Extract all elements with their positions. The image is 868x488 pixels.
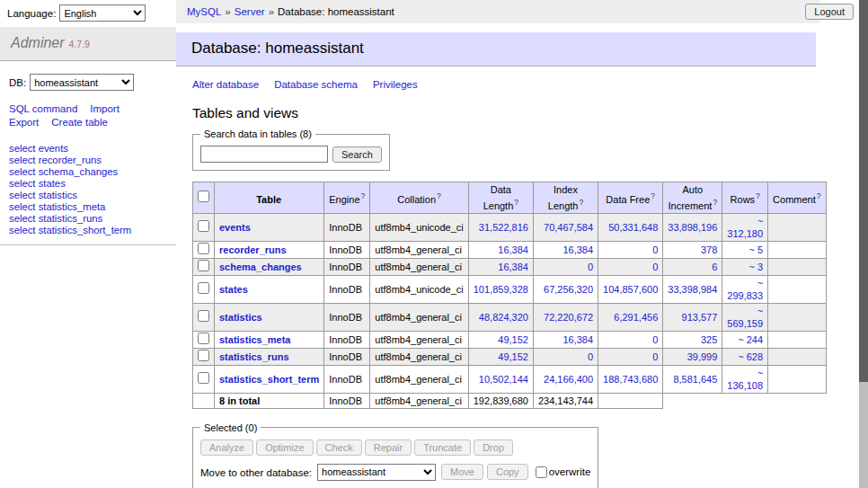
data-length-link[interactable]: 49,152 — [498, 334, 528, 345]
data-length-link[interactable]: 10,502,144 — [479, 374, 528, 385]
row-checkbox[interactable] — [198, 220, 209, 232]
row-checkbox[interactable] — [198, 260, 209, 271]
index-length-link[interactable]: 0 — [588, 351, 593, 362]
table-row[interactable]: schema_changes InnoDB utf8mb4_general_ci… — [193, 258, 827, 275]
rows-count-link[interactable]: ~ 628 — [738, 351, 763, 362]
table-name-link[interactable]: schema_changes — [219, 262, 302, 272]
sidebar-action-link[interactable]: Import — [90, 102, 120, 116]
index-length-link[interactable]: 0 — [588, 262, 593, 272]
selected-action-button[interactable]: Truncate — [414, 439, 471, 456]
auto-increment-link[interactable]: 33,898,196 — [668, 222, 717, 233]
row-checkbox[interactable] — [198, 333, 209, 344]
vertical-scrollbar[interactable] — [859, 0, 868, 488]
index-length-link[interactable]: 24,166,400 — [544, 374, 593, 385]
row-checkbox[interactable] — [198, 282, 209, 294]
auto-increment-link[interactable]: 39,999 — [687, 351, 718, 362]
data-free-link[interactable]: 104,857,600 — [603, 284, 658, 295]
table-name-link[interactable]: recorder_runs — [219, 244, 287, 255]
table-name-link[interactable]: statistics_runs — [219, 351, 289, 362]
db-select[interactable]: homeassistant — [30, 74, 134, 91]
selected-action-button[interactable]: Repair — [365, 439, 412, 456]
database-action-link[interactable]: Alter database — [192, 79, 259, 90]
data-free-link[interactable]: 188,743,680 — [603, 374, 658, 385]
sidebar-table-link[interactable]: select statistics_runs — [9, 213, 167, 225]
rows-count-link[interactable]: ~ 5 — [748, 244, 763, 255]
rows-count-link[interactable]: ~ 244 — [738, 334, 763, 345]
sidebar-table-link[interactable]: select schema_changes — [9, 166, 167, 178]
search-input[interactable] — [200, 146, 328, 163]
column-help-link[interactable]: ? — [514, 198, 518, 207]
index-length-link[interactable]: 72,220,672 — [544, 312, 593, 323]
logout-button[interactable]: Logout — [805, 4, 854, 20]
column-help-link[interactable]: ? — [756, 191, 760, 200]
data-free-link[interactable]: 6,291,456 — [614, 312, 658, 323]
sidebar-table-link[interactable]: select statistics — [9, 190, 167, 201]
table-name-link[interactable]: statistics_short_term — [219, 374, 319, 385]
row-checkbox[interactable] — [198, 372, 209, 384]
column-help-link[interactable]: ? — [361, 191, 366, 200]
sidebar-action-link[interactable]: SQL command — [9, 102, 77, 116]
rows-count-link[interactable]: ~ 569,159 — [727, 306, 763, 329]
auto-increment-link[interactable]: 33,398,984 — [668, 284, 717, 295]
selected-action-button[interactable]: Analyze — [200, 439, 253, 456]
data-length-link[interactable]: 16,384 — [498, 262, 528, 272]
move-db-select[interactable]: homeassistant — [317, 464, 436, 481]
table-name-link[interactable]: events — [219, 222, 251, 233]
select-all-checkbox[interactable] — [198, 191, 209, 202]
column-help-link[interactable]: ? — [817, 191, 821, 200]
index-length-link[interactable]: 67,256,320 — [544, 284, 593, 295]
data-length-link[interactable]: 101,859,328 — [474, 284, 528, 295]
table-row[interactable]: states InnoDB utf8mb4_unicode_ci 101,859… — [193, 275, 827, 303]
auto-increment-link[interactable]: 378 — [701, 244, 717, 255]
auto-increment-link[interactable]: 913,577 — [682, 312, 718, 323]
index-length-link[interactable]: 70,467,584 — [544, 222, 593, 233]
rows-count-link[interactable]: ~ 299,833 — [727, 278, 763, 301]
index-length-link[interactable]: 16,384 — [562, 334, 593, 345]
auto-increment-link[interactable]: 325 — [701, 334, 717, 345]
column-help-link[interactable]: ? — [579, 198, 583, 207]
breadcrumb-mysql-link[interactable]: MySQL — [187, 6, 221, 17]
row-checkbox[interactable] — [198, 310, 209, 322]
sidebar-table-link[interactable]: select events — [9, 143, 167, 155]
sidebar-action-link[interactable]: Create table — [51, 116, 108, 129]
selected-action-button[interactable]: Optimize — [256, 439, 313, 456]
column-help-link[interactable]: ? — [713, 198, 717, 207]
database-action-link[interactable]: Database schema — [274, 79, 358, 90]
sidebar-table-link[interactable]: select statistics_short_term — [9, 225, 167, 236]
sidebar-table-link[interactable]: select statistics_meta — [9, 201, 167, 213]
data-free-link[interactable]: 50,331,648 — [608, 222, 658, 233]
rows-count-link[interactable]: ~ 3 — [748, 262, 763, 272]
overwrite-checkbox[interactable] — [536, 466, 547, 478]
data-free-link[interactable]: 0 — [652, 351, 658, 362]
table-name-link[interactable]: states — [219, 284, 248, 295]
scrollbar-thumb[interactable] — [859, 0, 868, 382]
table-row[interactable]: recorder_runs InnoDB utf8mb4_general_ci … — [193, 241, 827, 258]
sidebar-action-link[interactable]: Export — [9, 116, 39, 129]
table-row[interactable]: events InnoDB utf8mb4_unicode_ci 31,522,… — [193, 213, 827, 241]
table-row[interactable]: statistics_runs InnoDB utf8mb4_general_c… — [193, 348, 827, 365]
rows-count-link[interactable]: ~ 312,180 — [727, 216, 763, 239]
column-help-link[interactable]: ? — [437, 191, 441, 200]
column-help-link[interactable]: ? — [651, 191, 655, 200]
index-length-link[interactable]: 16,384 — [562, 244, 593, 255]
overwrite-option[interactable]: overwrite — [536, 466, 591, 476]
table-name-link[interactable]: statistics — [219, 312, 262, 323]
copy-button[interactable]: Copy — [487, 464, 528, 480]
language-select[interactable]: English — [59, 4, 146, 22]
table-row[interactable]: statistics_short_term InnoDB utf8mb4_gen… — [193, 365, 827, 393]
data-length-link[interactable]: 16,384 — [498, 244, 528, 255]
row-checkbox[interactable] — [198, 243, 209, 254]
data-length-link[interactable]: 48,824,320 — [479, 312, 528, 323]
database-action-link[interactable]: Privileges — [373, 79, 418, 90]
rows-count-link[interactable]: ~ 136,108 — [727, 368, 763, 391]
auto-increment-link[interactable]: 8,581,645 — [673, 374, 717, 385]
data-length-link[interactable]: 31,522,816 — [479, 222, 528, 233]
table-row[interactable]: statistics_meta InnoDB utf8mb4_general_c… — [193, 331, 827, 348]
breadcrumb-server-link[interactable]: Server — [235, 6, 265, 17]
selected-action-button[interactable]: Check — [316, 439, 362, 456]
data-free-link[interactable]: 0 — [652, 244, 658, 255]
selected-action-button[interactable]: Drop — [474, 439, 513, 456]
sidebar-table-link[interactable]: select recorder_runs — [9, 155, 167, 166]
move-button[interactable]: Move — [441, 464, 483, 480]
table-name-link[interactable]: statistics_meta — [219, 334, 291, 345]
